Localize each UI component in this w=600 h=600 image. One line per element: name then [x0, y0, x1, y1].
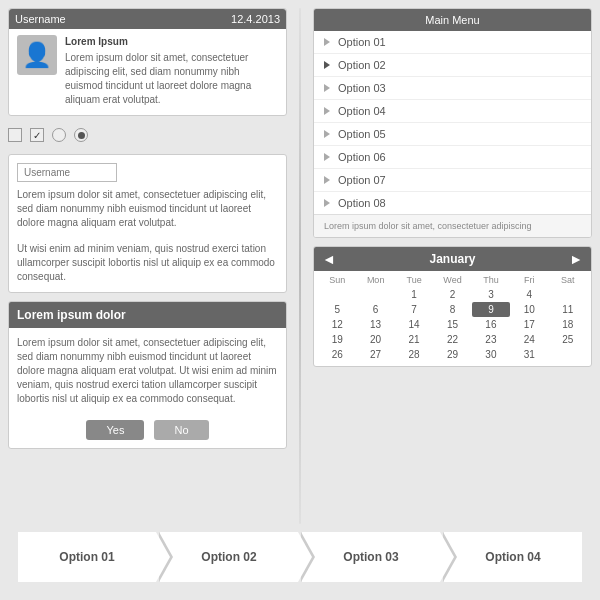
no-button[interactable]: No — [154, 420, 208, 440]
menu-item-5[interactable]: Option 05 — [314, 123, 591, 146]
menu-item-label: Option 08 — [338, 197, 386, 209]
menu-item-3[interactable]: Option 03 — [314, 77, 591, 100]
dialog-body: Lorem ipsum dolor sit amet, consectetuer… — [9, 328, 286, 414]
profile-card: Username 12.4.2013 👤 Lorem Ipsum Lorem i… — [8, 8, 287, 116]
dialog-footer: Yes No — [9, 414, 286, 448]
menu-arrow-icon — [324, 176, 330, 184]
yes-button[interactable]: Yes — [86, 420, 144, 440]
menu-arrow-icon — [324, 153, 330, 161]
cal-day — [549, 347, 587, 362]
cal-day[interactable]: 25 — [549, 332, 587, 347]
cal-day[interactable]: 9 — [472, 302, 510, 317]
menu-items-list: Option 01Option 02Option 03Option 04Opti… — [314, 31, 591, 214]
user-icon: 👤 — [22, 41, 52, 69]
cal-prev-button[interactable]: ◄ — [322, 251, 336, 267]
menu-item-6[interactable]: Option 06 — [314, 146, 591, 169]
lorem-title: Lorem Ipsum — [65, 35, 278, 49]
form-body1: Lorem ipsum dolor sit amet, consectetuer… — [17, 188, 278, 230]
cal-day[interactable]: 16 — [472, 317, 510, 332]
cal-day[interactable]: 3 — [472, 287, 510, 302]
cal-day[interactable]: 31 — [510, 347, 548, 362]
cal-day[interactable]: 7 — [395, 302, 433, 317]
cal-day[interactable]: 22 — [433, 332, 471, 347]
menu-arrow-icon — [324, 130, 330, 138]
checkbox-unchecked[interactable] — [8, 128, 22, 142]
cal-day[interactable]: 23 — [472, 332, 510, 347]
cal-day[interactable]: 18 — [549, 317, 587, 332]
cal-week-row: 12131415161718 — [318, 317, 587, 332]
cal-day[interactable]: 15 — [433, 317, 471, 332]
breadcrumb-item-1[interactable]: Option 01 — [18, 532, 156, 582]
menu-item-label: Option 04 — [338, 105, 386, 117]
cal-day-header: Wed — [433, 275, 471, 285]
date-label: 12.4.2013 — [231, 13, 280, 25]
main-menu: Main Menu Option 01Option 02Option 03Opt… — [313, 8, 592, 238]
menu-item-4[interactable]: Option 04 — [314, 100, 591, 123]
breadcrumb-item-2[interactable]: Option 02 — [160, 532, 298, 582]
cal-day[interactable]: 5 — [318, 302, 356, 317]
menu-arrow-icon — [324, 61, 330, 69]
column-divider — [295, 8, 305, 524]
cal-day[interactable]: 12 — [318, 317, 356, 332]
cal-day[interactable]: 30 — [472, 347, 510, 362]
checkbox-checked[interactable]: ✓ — [30, 128, 44, 142]
cal-day[interactable]: 2 — [433, 287, 471, 302]
cal-day-header: Fri — [510, 275, 548, 285]
cal-next-button[interactable]: ► — [569, 251, 583, 267]
cal-day[interactable]: 27 — [356, 347, 394, 362]
form-body2: Ut wisi enim ad minim veniam, quis nostr… — [17, 242, 278, 284]
cal-day[interactable]: 10 — [510, 302, 548, 317]
breadcrumb-item-3[interactable]: Option 03 — [302, 532, 440, 582]
cal-day-headers: SunMonTueWedThuFriSat — [318, 275, 587, 285]
cal-day[interactable]: 21 — [395, 332, 433, 347]
cal-week-row: 1234 — [318, 287, 587, 302]
menu-item-label: Option 06 — [338, 151, 386, 163]
cal-day[interactable]: 8 — [433, 302, 471, 317]
cal-day[interactable]: 13 — [356, 317, 394, 332]
cal-day[interactable]: 26 — [318, 347, 356, 362]
cal-day[interactable]: 20 — [356, 332, 394, 347]
username-label: Username — [15, 13, 66, 25]
cal-day[interactable]: 24 — [510, 332, 548, 347]
cal-days-body: 1234567891011121314151617181920212223242… — [318, 287, 587, 362]
form-card: Lorem ipsum dolor sit amet, consectetuer… — [8, 154, 287, 293]
cal-day[interactable]: 11 — [549, 302, 587, 317]
cal-day[interactable]: 17 — [510, 317, 548, 332]
calendar: ◄ January ► SunMonTueWedThuFriSat 123456… — [313, 246, 592, 367]
cal-week-row: 567891011 — [318, 302, 587, 317]
cal-day — [356, 287, 394, 302]
calendar-grid: SunMonTueWedThuFriSat 123456789101112131… — [314, 271, 591, 366]
confirm-dialog: Lorem ipsum dolor Lorem ipsum dolor sit … — [8, 301, 287, 449]
cal-day-header: Sat — [549, 275, 587, 285]
cal-day — [318, 287, 356, 302]
cal-day-header: Tue — [395, 275, 433, 285]
avatar: 👤 — [17, 35, 57, 75]
menu-item-2[interactable]: Option 02 — [314, 54, 591, 77]
menu-header: Main Menu — [314, 9, 591, 31]
menu-item-label: Option 07 — [338, 174, 386, 186]
radio-unselected[interactable] — [52, 128, 66, 142]
cal-week-row: 262728293031 — [318, 347, 587, 362]
cal-day[interactable]: 6 — [356, 302, 394, 317]
cal-day[interactable]: 14 — [395, 317, 433, 332]
cal-day[interactable]: 4 — [510, 287, 548, 302]
radio-selected[interactable] — [74, 128, 88, 142]
username-input[interactable] — [17, 163, 117, 182]
menu-item-8[interactable]: Option 08 — [314, 192, 591, 214]
cal-day[interactable]: 19 — [318, 332, 356, 347]
menu-arrow-icon — [324, 199, 330, 207]
profile-text: Lorem Ipsum Lorem ipsum dolor sit amet, … — [65, 35, 278, 107]
cal-day[interactable]: 29 — [433, 347, 471, 362]
cal-day[interactable]: 1 — [395, 287, 433, 302]
cal-day-header: Thu — [472, 275, 510, 285]
menu-item-7[interactable]: Option 07 — [314, 169, 591, 192]
vertical-divider — [299, 8, 301, 524]
menu-arrow-icon — [324, 107, 330, 115]
breadcrumb-item-4[interactable]: Option 04 — [444, 532, 582, 582]
profile-body: Lorem ipsum dolor sit amet, consectetuer… — [65, 52, 251, 105]
menu-item-label: Option 02 — [338, 59, 386, 71]
dialog-title: Lorem ipsum dolor — [9, 302, 286, 328]
cal-day[interactable]: 28 — [395, 347, 433, 362]
menu-item-1[interactable]: Option 01 — [314, 31, 591, 54]
menu-arrow-icon — [324, 38, 330, 46]
